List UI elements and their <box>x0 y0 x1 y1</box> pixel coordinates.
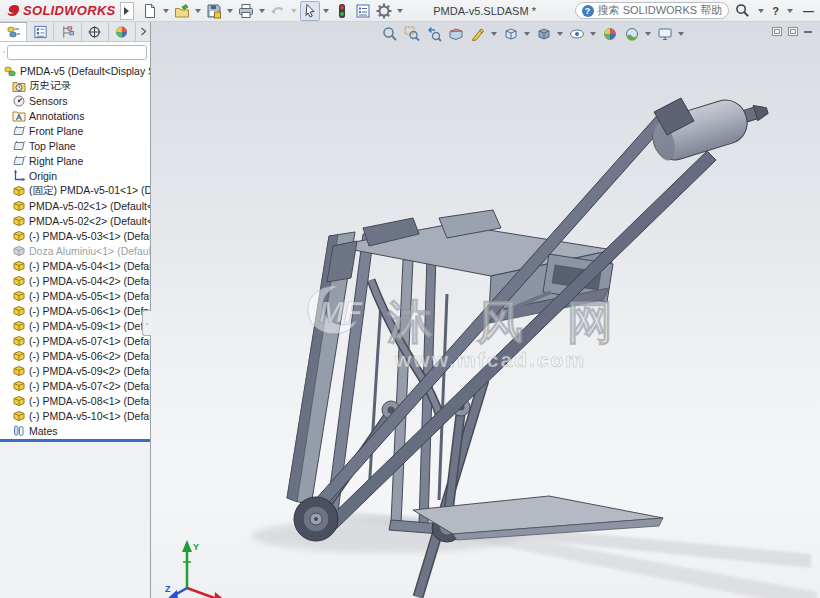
previous-view-button[interactable] <box>423 24 444 43</box>
panel-tabs <box>0 22 150 42</box>
tree-root-item[interactable]: PMDA-v5 (Default<Display State-1> <box>0 63 150 78</box>
tree-item[interactable]: (-) PMDA-v5-05<1> (Default<<D <box>0 288 150 303</box>
dropdown-caret-icon[interactable] <box>259 9 265 13</box>
view-orientation-button[interactable] <box>500 24 521 43</box>
dropdown-caret-icon[interactable] <box>323 9 329 13</box>
edit-appearance-button[interactable] <box>599 24 620 43</box>
tree-item[interactable]: (-) PMDA-v5-06<1> (Default<<D <box>0 303 150 318</box>
tree-item[interactable]: Front Plane <box>0 123 150 138</box>
help-search-box[interactable]: ? 搜索 SOLIDWORKS 帮助 <box>575 2 730 19</box>
select-button[interactable] <box>300 1 320 21</box>
part-gray-icon <box>12 244 26 258</box>
dropdown-caret-icon[interactable] <box>397 9 403 13</box>
save-button[interactable] <box>204 1 224 21</box>
options-gear-icon <box>376 3 392 19</box>
tree-item-label: (-) PMDA-v5-06<1> (Default<<D <box>29 305 150 317</box>
display-style-icon <box>536 26 552 42</box>
part-icon <box>12 184 26 198</box>
options-button[interactable] <box>374 1 394 21</box>
tree-item[interactable]: Top Plane <box>0 138 150 153</box>
apply-scene-button[interactable] <box>621 24 642 43</box>
tree-item-label: Sensors <box>29 95 68 107</box>
tree-item[interactable]: (-) PMDA-v5-06<2> (Default<<D <box>0 348 150 363</box>
open-button[interactable] <box>172 1 192 21</box>
mates-icon <box>12 424 26 438</box>
tree-item[interactable]: (-) PMDA-v5-10<1> (Default<<D <box>0 408 150 423</box>
dropdown-caret-icon[interactable] <box>227 9 233 13</box>
menu-expand-button[interactable] <box>120 2 134 20</box>
panel-tabs-overflow-button[interactable] <box>136 22 150 41</box>
tree-item[interactable]: Right Plane <box>0 153 150 168</box>
tree-item[interactable]: (-) PMDA-v5-04<2> (Default<<D <box>0 273 150 288</box>
tree-item[interactable]: (-) PMDA-v5-09<1> (Default<<D <box>0 318 150 333</box>
tree-item[interactable]: (-) PMDA-v5-08<1> (Default<<D <box>0 393 150 408</box>
view-settings-button[interactable] <box>654 24 675 43</box>
tree-item[interactable]: (-) PMDA-v5-04<1> (Default<<D <box>0 258 150 273</box>
tree-item[interactable]: (固定) PMDA-v5-01<1> (Default< <box>0 183 150 198</box>
tree-item[interactable]: (-) PMDA-v5-03<1> (Default<<D <box>0 228 150 243</box>
tree-item-label: (-) PMDA-v5-09<1> (Default<<D <box>29 320 150 332</box>
display-style-button[interactable] <box>533 24 554 43</box>
new-document-button[interactable] <box>140 1 160 21</box>
tree-item-label: PMDA-v5-02<1> (Default<<Def. <box>29 200 150 212</box>
restore-window-icon[interactable] <box>772 27 782 36</box>
zoom-to-fit-button[interactable] <box>379 24 400 43</box>
tree-item[interactable]: Origin <box>0 168 150 183</box>
dimxpert-manager-icon <box>87 25 102 39</box>
tree-item[interactable]: (-) PMDA-v5-07<2> (Default<<D <box>0 378 150 393</box>
tree-item-label: (-) PMDA-v5-08<1> (Default<<D <box>29 395 150 407</box>
dropdown-caret-icon[interactable] <box>678 32 684 36</box>
annotation-views-button[interactable] <box>467 24 488 43</box>
graphics-viewport[interactable]: MF 沐 风 网 www.mfcad.com Y X Z <box>151 22 820 598</box>
panel-collapse-handle[interactable]: ◦ <box>142 310 151 336</box>
tree-item[interactable]: PMDA-v5-02<1> (Default<<Def. <box>0 198 150 213</box>
tree-item[interactable]: Doza Aluminiu<1> (Default) <box>0 243 150 258</box>
dropdown-caret-icon[interactable] <box>491 32 497 36</box>
plane-icon <box>12 139 26 153</box>
tree-item[interactable]: Mates <box>0 423 150 438</box>
dropdown-caret-icon[interactable] <box>590 32 596 36</box>
dropdown-caret-icon[interactable] <box>195 9 201 13</box>
tree-filter-input[interactable] <box>7 45 147 60</box>
tree-item-label: Right Plane <box>29 155 83 167</box>
tree-item[interactable]: Annotations <box>0 108 150 123</box>
property-manager-icon <box>33 25 48 39</box>
zoom-to-fit-icon <box>382 26 398 42</box>
part-icon <box>12 304 26 318</box>
dropdown-caret-icon[interactable] <box>787 9 793 13</box>
tree-item[interactable]: Sensors <box>0 93 150 108</box>
restore-window-icon[interactable] <box>788 27 798 36</box>
configuration-manager-icon <box>60 25 75 39</box>
dropdown-caret-icon[interactable] <box>758 9 764 13</box>
help-button[interactable]: ? <box>772 5 779 17</box>
minimize-button[interactable]: — <box>801 5 816 17</box>
search-icon[interactable] <box>735 3 750 18</box>
file-properties-button[interactable] <box>353 1 373 21</box>
document-title: PMDA-v5.SLDASM * <box>405 5 575 17</box>
tab-feature-manager[interactable] <box>0 22 27 41</box>
annotation-views-icon <box>470 26 486 42</box>
section-view-button[interactable] <box>445 24 466 43</box>
rebuild-button[interactable] <box>332 1 352 21</box>
filter-funnel-icon[interactable] <box>3 47 5 58</box>
zoom-to-area-button[interactable] <box>401 24 422 43</box>
dropdown-caret-icon[interactable] <box>557 32 563 36</box>
tab-dimxpert-manager[interactable] <box>82 22 109 41</box>
dropdown-caret-icon[interactable] <box>645 32 651 36</box>
tree-item[interactable]: 历史记录 <box>0 78 150 93</box>
dropdown-caret-icon[interactable] <box>163 9 169 13</box>
part-icon <box>12 259 26 273</box>
tab-configuration-manager[interactable] <box>54 22 81 41</box>
tree-item[interactable]: (-) PMDA-v5-09<2> (Default<<D <box>0 363 150 378</box>
tree-item[interactable]: (-) PMDA-v5-07<1> (Default<<D <box>0 333 150 348</box>
print-button[interactable] <box>236 1 256 21</box>
tree-item[interactable]: PMDA-v5-02<2> (Default<<Def. <box>0 213 150 228</box>
minimize-document-icon[interactable] <box>804 31 812 33</box>
hide-show-items-button[interactable] <box>566 24 587 43</box>
plane-icon <box>12 154 26 168</box>
undo-button[interactable] <box>268 1 288 21</box>
tab-property-manager[interactable] <box>27 22 54 41</box>
dropdown-caret-icon[interactable] <box>524 32 530 36</box>
section-view-icon <box>448 26 464 42</box>
tab-display-manager[interactable] <box>109 22 136 41</box>
